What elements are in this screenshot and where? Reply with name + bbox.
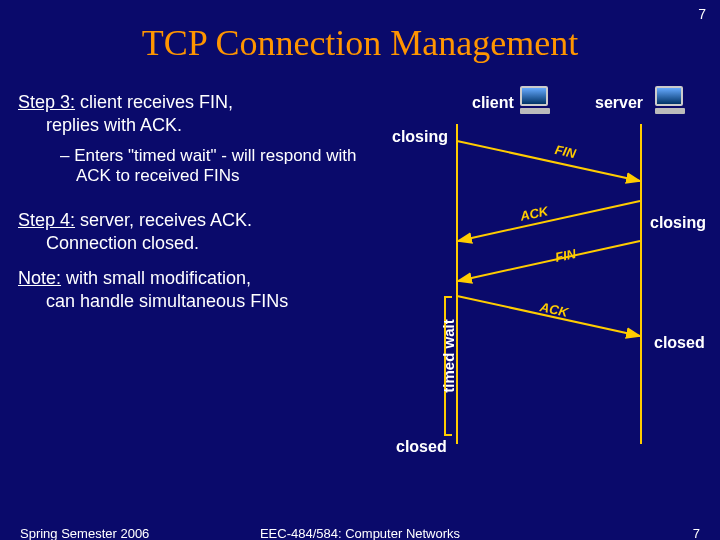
svg-line-0 (457, 141, 640, 181)
step3-bullet: – Enters "timed wait" - will respond wit… (60, 146, 378, 186)
step3-heading: Step 3: client receives FIN, (18, 92, 378, 113)
svg-line-2 (458, 241, 640, 281)
closed-right: closed (654, 334, 705, 352)
timed-wait-label: timed wait (440, 296, 457, 416)
step3-text: client receives FIN, (75, 92, 233, 112)
svg-line-1 (458, 201, 640, 241)
step4-heading: Step 4: server, receives ACK. (18, 210, 378, 231)
closing-left: closing (392, 128, 448, 146)
closing-right: closing (650, 214, 706, 232)
step3-label: Step 3: (18, 92, 75, 112)
note-heading: Note: with small modification, (18, 268, 378, 289)
step3-body: replies with ACK. (46, 115, 378, 136)
content-text: Step 3: client receives FIN, replies wit… (18, 92, 378, 322)
note-text: with small modification, (61, 268, 251, 288)
note-body: can handle simultaneous FINs (46, 291, 378, 312)
page-number-top: 7 (698, 6, 706, 22)
slide-title: TCP Connection Management (0, 0, 720, 64)
note-label: Note: (18, 268, 61, 288)
step4-text: server, receives ACK. (75, 210, 252, 230)
step4-label: Step 4: (18, 210, 75, 230)
closed-left: closed (396, 438, 447, 456)
footer-right: 7 (693, 526, 700, 540)
footer-center: EEC-484/584: Computer Networks (0, 526, 720, 540)
step4-body: Connection closed. (46, 233, 378, 254)
sequence-diagram: client server FIN ACK FIN ACK closing cl… (380, 86, 710, 456)
